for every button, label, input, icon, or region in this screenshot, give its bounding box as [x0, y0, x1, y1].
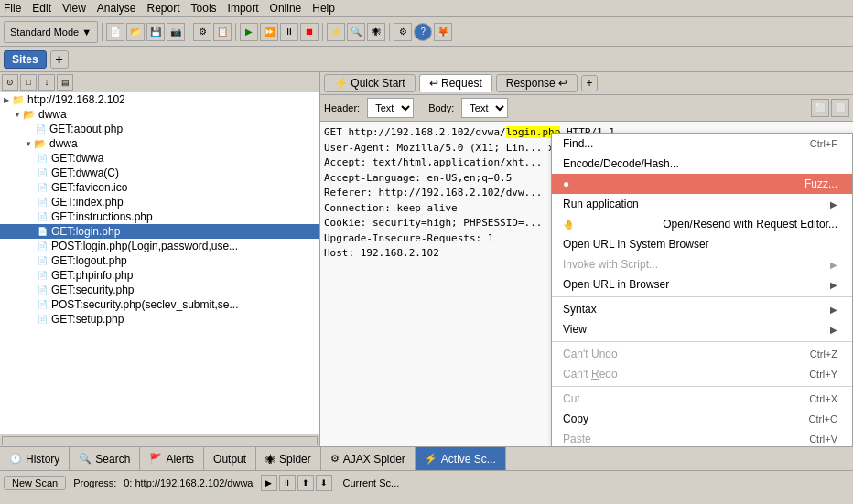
ctx-encode[interactable]: Encode/Decode/Hash...	[552, 154, 852, 174]
ctx-run-app[interactable]: Run application ▶	[552, 194, 852, 214]
header-select[interactable]: Text	[367, 98, 414, 118]
stop-icon[interactable]: ⏹	[300, 23, 319, 41]
save-icon[interactable]: 💾	[146, 23, 165, 41]
ctx-undo[interactable]: Can't Undo Ctrl+Z	[552, 344, 852, 364]
menu-help[interactable]: Help	[312, 2, 335, 15]
menu-import[interactable]: Import	[228, 2, 259, 15]
ctx-paste-label: Paste	[563, 433, 591, 445]
snapshot-icon[interactable]: 📷	[167, 23, 185, 41]
tab-quick-start[interactable]: ⚡ Quick Start	[324, 74, 416, 92]
ctx-syntax[interactable]: Syntax ▶	[552, 299, 852, 319]
context-icon[interactable]: ⚙	[193, 23, 211, 41]
tree-label-root: http://192.168.2.102	[27, 93, 125, 106]
tree-item-favicon[interactable]: 📄 GET:favicon.ico	[0, 180, 319, 195]
tree-item-dwwa[interactable]: ▼ 📂 dwwa	[0, 107, 319, 122]
sub-toolbar: Header: Text Body: Text ⬜ ⬜	[320, 95, 853, 122]
panel-icon-circle[interactable]: ⊙	[2, 74, 18, 91]
ctx-redo[interactable]: Can't Redo Ctrl+Y	[552, 364, 852, 384]
tree-item-get-dwwa[interactable]: 📄 GET:dwwa	[0, 151, 319, 166]
bot-tab-history[interactable]: 🕐 History	[0, 447, 70, 470]
toolbar-separator-4	[322, 23, 323, 41]
status-import-icon[interactable]: ⬇	[316, 475, 332, 491]
ctx-copy[interactable]: Copy Ctrl+C	[552, 409, 852, 429]
ctx-run-app-arrow: ▶	[830, 199, 837, 209]
tree-item-dwwa2[interactable]: ▼ 📂 dwwa	[0, 136, 319, 151]
play-icon[interactable]: ▶	[240, 23, 258, 41]
options-icon[interactable]: ⚙	[394, 23, 412, 41]
bot-tab-search[interactable]: 🔍 Search	[70, 447, 140, 470]
menu-file[interactable]: File	[4, 2, 21, 15]
bot-tab-active-scan[interactable]: ⚡ Active Sc...	[416, 447, 506, 470]
pause-icon[interactable]: ⏸	[280, 23, 298, 41]
fast-forward-icon[interactable]: ⏩	[260, 23, 278, 41]
active-scan-icon[interactable]: 🔍	[347, 23, 365, 41]
tree-item-get-dwwa-c[interactable]: 📄 GET:dwwa(C)	[0, 166, 319, 180]
menu-edit[interactable]: Edit	[32, 2, 51, 15]
tree-item-logout[interactable]: 📄 GET:logout.php	[0, 253, 319, 268]
left-panel-icons: ⊙ □ ↓ ▤	[2, 74, 73, 91]
tree-item-login[interactable]: 📄 GET:login.php	[0, 224, 319, 239]
ctx-open-resend[interactable]: 🤚 Open/Resend with Request Editor...	[552, 214, 852, 234]
menu-analyse[interactable]: Analyse	[97, 2, 136, 15]
bot-tab-ajax-spider[interactable]: ⚙ AJAX Spider	[321, 447, 416, 470]
ctx-find[interactable]: Find... Ctrl+F	[552, 134, 852, 154]
tree-item-post-login[interactable]: 📄 POST:login.php(Login,password,use...	[0, 239, 319, 253]
ctx-open-url-browser[interactable]: Open URL in Browser ▶	[552, 274, 852, 295]
sites-button[interactable]: Sites	[4, 50, 47, 69]
content-area: GET http://192.168.2.102/dvwa/login.php …	[320, 122, 853, 446]
right-panel: ⚡ Quick Start ↩ Request Response ↩ + Hea…	[320, 72, 853, 446]
menubar: File Edit View Analyse Report Tools Impo…	[0, 0, 853, 17]
new-scan-button[interactable]: New Scan	[4, 476, 66, 490]
header-label: Header:	[324, 102, 360, 113]
tree-item-phpinfo[interactable]: 📄 GET:phpinfo.php	[0, 268, 319, 283]
ctx-sep-2	[552, 341, 852, 342]
panel-icon-list[interactable]: ▤	[57, 74, 73, 91]
body-select[interactable]: Text	[461, 98, 508, 118]
tree-item-index[interactable]: 📄 GET:index.php	[0, 195, 319, 209]
mode-dropdown[interactable]: Standard Mode ▼	[4, 21, 98, 43]
tree-item-root[interactable]: ▶ 📁 http://192.168.2.102	[0, 92, 319, 107]
ctx-view[interactable]: View ▶	[552, 319, 852, 339]
add-site-button[interactable]: +	[50, 50, 69, 69]
panel-icon-down[interactable]: ↓	[38, 74, 55, 91]
help-icon[interactable]: ?	[414, 23, 432, 41]
ctx-cut[interactable]: Cut Ctrl+X	[552, 389, 852, 409]
status-pause-icon[interactable]: ⏸	[279, 475, 296, 491]
sub-icon-2[interactable]: ⬜	[831, 99, 849, 117]
tree-item-instructions[interactable]: 📄 GET:instructions.php	[0, 209, 319, 224]
ctx-invoke-script[interactable]: Invoke with Script... ▶	[552, 254, 852, 274]
bot-tab-spider[interactable]: 🕷 Spider	[256, 447, 321, 470]
spider-icon[interactable]: 🕷	[367, 23, 385, 41]
tree-item-setup[interactable]: 📄 GET:setup.php	[0, 312, 319, 327]
bot-tab-alerts-label: Alerts	[166, 453, 194, 466]
panel-icon-square[interactable]: □	[20, 74, 37, 91]
tree-area[interactable]: ▶ 📁 http://192.168.2.102 ▼ 📂 dwwa 📄 GET:…	[0, 92, 319, 434]
open-icon[interactable]: 📂	[126, 23, 145, 41]
status-play-icon[interactable]: ▶	[261, 475, 277, 491]
ctx-find-label: Find...	[563, 137, 593, 150]
scan-policy-icon[interactable]: 📋	[213, 23, 232, 41]
attack-icon[interactable]: ⚡	[327, 23, 345, 41]
add-tab-button[interactable]: +	[581, 75, 598, 91]
tree-item-about[interactable]: 📄 GET:about.php	[0, 122, 319, 136]
menu-report[interactable]: Report	[147, 2, 180, 15]
tab-response[interactable]: Response ↩	[496, 74, 578, 92]
ctx-paste[interactable]: Paste Ctrl+V	[552, 429, 852, 446]
browser-icon[interactable]: 🦊	[434, 23, 452, 41]
ctx-view-label: View	[563, 323, 587, 336]
tree-item-post-security[interactable]: 📄 POST:security.php(seclev_submit,se...	[0, 297, 319, 312]
menu-tools[interactable]: Tools	[191, 2, 217, 15]
bot-tab-alerts[interactable]: 🚩 Alerts	[140, 447, 204, 470]
status-export-icon[interactable]: ⬆	[297, 475, 314, 491]
tree-scrollbar-h[interactable]	[0, 434, 319, 446]
tab-request[interactable]: ↩ Request	[419, 74, 492, 92]
tree-item-security[interactable]: 📄 GET:security.php	[0, 283, 319, 297]
sub-icon-1[interactable]: ⬜	[811, 99, 829, 117]
ctx-open-url-system[interactable]: Open URL in System Browser	[552, 234, 852, 254]
bot-tab-output[interactable]: Output	[204, 447, 256, 470]
folder-icon-root: 📁	[11, 93, 26, 106]
new-session-icon[interactable]: 📄	[106, 23, 124, 41]
menu-view[interactable]: View	[62, 2, 86, 15]
ctx-fuzz[interactable]: ● Fuzz...	[552, 174, 852, 194]
menu-online[interactable]: Online	[270, 2, 302, 15]
